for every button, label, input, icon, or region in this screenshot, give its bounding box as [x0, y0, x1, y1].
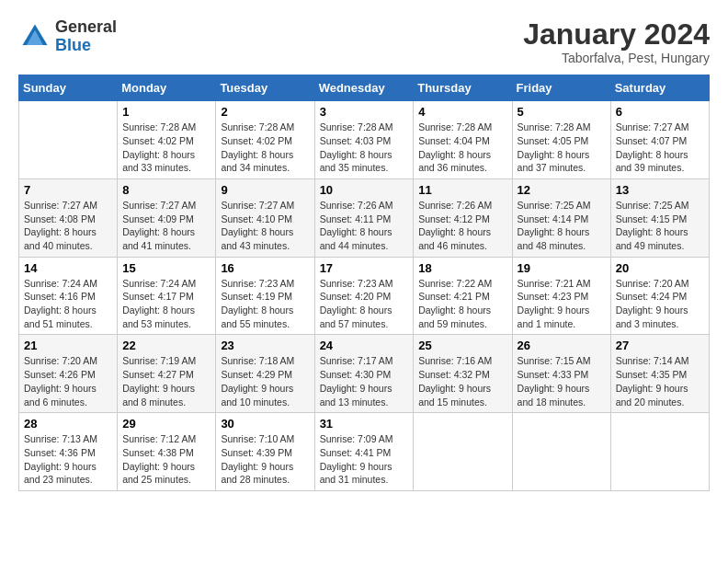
calendar-cell: 15Sunrise: 7:24 AMSunset: 4:17 PMDayligh…: [118, 257, 216, 335]
calendar-cell: [610, 413, 709, 491]
calendar-title: January 2024: [523, 18, 710, 51]
day-detail: Sunrise: 7:24 AMSunset: 4:17 PMDaylight:…: [122, 277, 210, 331]
day-detail: Sunrise: 7:21 AMSunset: 4:23 PMDaylight:…: [518, 277, 606, 331]
day-detail: Sunrise: 7:28 AMSunset: 4:05 PMDaylight:…: [518, 121, 606, 175]
day-detail: Sunrise: 7:12 AMSunset: 4:38 PMDaylight:…: [122, 432, 210, 487]
day-detail: Sunrise: 7:20 AMSunset: 4:26 PMDaylight:…: [24, 354, 112, 408]
calendar-cell: 13Sunrise: 7:25 AMSunset: 4:15 PMDayligh…: [610, 178, 709, 257]
day-detail: Sunrise: 7:28 AMSunset: 4:02 PMDaylight:…: [122, 121, 210, 175]
day-number: 14: [24, 261, 112, 275]
title-area: January 2024 Taborfalva, Pest, Hungary: [523, 18, 710, 65]
day-number: 22: [122, 339, 210, 352]
calendar-cell: 30Sunrise: 7:10 AMSunset: 4:39 PMDayligh…: [216, 413, 314, 491]
day-number: 26: [518, 339, 606, 352]
day-number: 6: [616, 105, 704, 119]
day-number: 4: [418, 105, 506, 119]
day-number: 24: [320, 339, 409, 352]
day-number: 8: [122, 183, 210, 197]
day-header-thursday: Thursday: [414, 75, 512, 101]
day-number: 5: [518, 105, 606, 119]
calendar-table: SundayMondayTuesdayWednesdayThursdayFrid…: [18, 75, 710, 491]
calendar-cell: 19Sunrise: 7:21 AMSunset: 4:23 PMDayligh…: [512, 257, 610, 335]
logo-text: General Blue: [55, 18, 117, 55]
day-detail: Sunrise: 7:25 AMSunset: 4:14 PMDaylight:…: [518, 199, 606, 253]
calendar-cell: 11Sunrise: 7:26 AMSunset: 4:12 PMDayligh…: [414, 178, 512, 257]
calendar-header-row: SundayMondayTuesdayWednesdayThursdayFrid…: [19, 75, 710, 101]
day-header-tuesday: Tuesday: [216, 75, 314, 101]
day-detail: Sunrise: 7:27 AMSunset: 4:08 PMDaylight:…: [24, 199, 112, 253]
day-number: 9: [221, 183, 309, 197]
calendar-week-row: 21Sunrise: 7:20 AMSunset: 4:26 PMDayligh…: [19, 335, 710, 413]
calendar-cell: 7Sunrise: 7:27 AMSunset: 4:08 PMDaylight…: [19, 178, 118, 257]
day-header-friday: Friday: [512, 75, 610, 101]
day-number: 31: [320, 417, 409, 431]
day-detail: Sunrise: 7:22 AMSunset: 4:21 PMDaylight:…: [418, 277, 506, 331]
calendar-subtitle: Taborfalva, Pest, Hungary: [523, 51, 710, 65]
calendar-cell: 8Sunrise: 7:27 AMSunset: 4:09 PMDaylight…: [118, 178, 216, 257]
calendar-cell: 6Sunrise: 7:27 AMSunset: 4:07 PMDaylight…: [610, 101, 709, 179]
calendar-cell: 25Sunrise: 7:16 AMSunset: 4:32 PMDayligh…: [414, 335, 512, 413]
day-number: 25: [418, 339, 506, 352]
calendar-cell: 28Sunrise: 7:13 AMSunset: 4:36 PMDayligh…: [19, 413, 118, 491]
day-detail: Sunrise: 7:27 AMSunset: 4:10 PMDaylight:…: [221, 199, 309, 253]
day-detail: Sunrise: 7:28 AMSunset: 4:04 PMDaylight:…: [418, 121, 506, 175]
day-number: 2: [221, 105, 309, 119]
calendar-week-row: 7Sunrise: 7:27 AMSunset: 4:08 PMDaylight…: [19, 178, 710, 257]
day-detail: Sunrise: 7:23 AMSunset: 4:20 PMDaylight:…: [320, 277, 409, 331]
day-number: 21: [24, 339, 112, 352]
day-header-sunday: Sunday: [19, 75, 118, 101]
calendar-cell: 20Sunrise: 7:20 AMSunset: 4:24 PMDayligh…: [610, 257, 709, 335]
day-detail: Sunrise: 7:10 AMSunset: 4:39 PMDaylight:…: [221, 432, 309, 487]
day-number: 17: [320, 261, 409, 275]
day-number: 19: [518, 261, 606, 275]
calendar-cell: [512, 413, 610, 491]
day-number: 1: [122, 105, 210, 119]
calendar-cell: 18Sunrise: 7:22 AMSunset: 4:21 PMDayligh…: [414, 257, 512, 335]
day-detail: Sunrise: 7:18 AMSunset: 4:29 PMDaylight:…: [221, 354, 309, 408]
calendar-cell: 1Sunrise: 7:28 AMSunset: 4:02 PMDaylight…: [118, 101, 216, 179]
day-number: 16: [221, 261, 309, 275]
day-detail: Sunrise: 7:28 AMSunset: 4:03 PMDaylight:…: [320, 121, 409, 175]
calendar-cell: 3Sunrise: 7:28 AMSunset: 4:03 PMDaylight…: [314, 101, 414, 179]
day-detail: Sunrise: 7:24 AMSunset: 4:16 PMDaylight:…: [24, 277, 112, 331]
calendar-cell: [414, 413, 512, 491]
day-detail: Sunrise: 7:13 AMSunset: 4:36 PMDaylight:…: [24, 432, 112, 487]
day-detail: Sunrise: 7:26 AMSunset: 4:11 PMDaylight:…: [320, 199, 409, 253]
calendar-cell: 24Sunrise: 7:17 AMSunset: 4:30 PMDayligh…: [314, 335, 414, 413]
day-number: 20: [616, 261, 704, 275]
calendar-cell: 27Sunrise: 7:14 AMSunset: 4:35 PMDayligh…: [610, 335, 709, 413]
calendar-cell: 16Sunrise: 7:23 AMSunset: 4:19 PMDayligh…: [216, 257, 314, 335]
day-detail: Sunrise: 7:26 AMSunset: 4:12 PMDaylight:…: [418, 199, 506, 253]
calendar-cell: 22Sunrise: 7:19 AMSunset: 4:27 PMDayligh…: [118, 335, 216, 413]
day-detail: Sunrise: 7:09 AMSunset: 4:41 PMDaylight:…: [320, 432, 409, 487]
day-detail: Sunrise: 7:28 AMSunset: 4:02 PMDaylight:…: [221, 121, 309, 175]
calendar-cell: 2Sunrise: 7:28 AMSunset: 4:02 PMDaylight…: [216, 101, 314, 179]
day-number: 7: [24, 183, 112, 197]
day-number: 13: [616, 183, 704, 197]
day-number: 12: [518, 183, 606, 197]
day-number: 27: [616, 339, 704, 352]
day-number: 11: [418, 183, 506, 197]
calendar-cell: 10Sunrise: 7:26 AMSunset: 4:11 PMDayligh…: [314, 178, 414, 257]
day-number: 23: [221, 339, 309, 352]
day-number: 29: [122, 417, 210, 431]
logo: General Blue: [18, 18, 117, 55]
day-detail: Sunrise: 7:16 AMSunset: 4:32 PMDaylight:…: [418, 354, 506, 408]
day-detail: Sunrise: 7:19 AMSunset: 4:27 PMDaylight:…: [122, 354, 210, 408]
logo-icon: [18, 20, 51, 53]
calendar-body: 1Sunrise: 7:28 AMSunset: 4:02 PMDaylight…: [19, 101, 710, 491]
calendar-week-row: 14Sunrise: 7:24 AMSunset: 4:16 PMDayligh…: [19, 257, 710, 335]
day-header-saturday: Saturday: [610, 75, 709, 101]
calendar-cell: [19, 101, 118, 179]
day-detail: Sunrise: 7:14 AMSunset: 4:35 PMDaylight:…: [616, 354, 704, 408]
calendar-cell: 26Sunrise: 7:15 AMSunset: 4:33 PMDayligh…: [512, 335, 610, 413]
calendar-week-row: 1Sunrise: 7:28 AMSunset: 4:02 PMDaylight…: [19, 101, 710, 179]
day-detail: Sunrise: 7:27 AMSunset: 4:07 PMDaylight:…: [616, 121, 704, 175]
calendar-cell: 4Sunrise: 7:28 AMSunset: 4:04 PMDaylight…: [414, 101, 512, 179]
calendar-week-row: 28Sunrise: 7:13 AMSunset: 4:36 PMDayligh…: [19, 413, 710, 491]
calendar-cell: 9Sunrise: 7:27 AMSunset: 4:10 PMDaylight…: [216, 178, 314, 257]
calendar-cell: 5Sunrise: 7:28 AMSunset: 4:05 PMDaylight…: [512, 101, 610, 179]
day-number: 10: [320, 183, 409, 197]
calendar-cell: 29Sunrise: 7:12 AMSunset: 4:38 PMDayligh…: [118, 413, 216, 491]
calendar-cell: 14Sunrise: 7:24 AMSunset: 4:16 PMDayligh…: [19, 257, 118, 335]
